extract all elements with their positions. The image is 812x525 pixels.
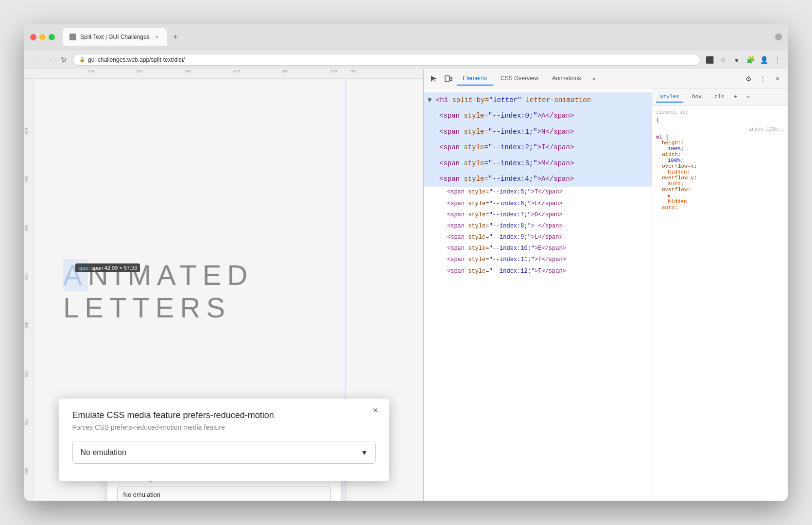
minimize-traffic-light[interactable] [39, 34, 46, 40]
styles-new-rule[interactable]: + [730, 92, 741, 103]
window-controls-right [775, 34, 782, 40]
tab-close-button[interactable]: × [154, 34, 160, 40]
span0-open: <span [439, 112, 464, 120]
span-11-line[interactable]: <span style="--index:11;">T</span> [424, 254, 652, 265]
h1-tag-line[interactable]: ▼ <h1 split-by="letter" letter-animation [424, 92, 652, 108]
h1-anim-attr: letter-animation [521, 96, 591, 104]
styles-height-val: 100%; [662, 146, 684, 152]
close-traffic-light[interactable] [30, 34, 36, 40]
title-bar: Split Text | GUI Challenges × + [24, 24, 788, 50]
devtools-tab-css-overview[interactable]: CSS Overview [495, 72, 544, 86]
span-1-line[interactable]: <span style="--index:1;">N</span> [424, 124, 652, 140]
span4-open: <span [439, 175, 464, 183]
span-12-line[interactable]: <span style="--index:12;">T</span> [424, 266, 652, 277]
span-5-line[interactable]: <span style="--index:5;">T</span> [424, 187, 652, 198]
span8-close: > </span> [531, 223, 563, 229]
lock-icon: 🔒 [79, 57, 85, 62]
span7-style-val: "--index:7;" [489, 211, 531, 218]
styles-width-name: width: [662, 152, 681, 158]
span7-open: <span [447, 211, 468, 218]
address-input[interactable]: 🔒 gui-challenges.web.app/split-text/dist… [73, 54, 700, 66]
inspect-element-icon[interactable] [428, 72, 440, 85]
styles-element-rule: { [656, 117, 784, 123]
span6-style-attr: style= [468, 200, 489, 207]
traffic-lights [30, 34, 55, 40]
devtools-more-tabs[interactable]: » [588, 74, 599, 84]
new-tab-button[interactable]: + [169, 31, 182, 43]
devtools-settings-icon[interactable]: ⚙ [742, 72, 755, 85]
browser-window: Split Text | GUI Challenges × + ← → ↻ 🔒 … [24, 24, 788, 501]
span2-open: <span [439, 143, 464, 151]
styles-tab-cls[interactable]: .cls [708, 92, 728, 103]
styles-ml-selector: ml { [656, 134, 784, 140]
span-0-line[interactable]: <span style="--index:0;">A</span> [424, 108, 652, 123]
span-4-line[interactable]: <span style="--index:4;">A</span> [424, 171, 652, 187]
span-8-line[interactable]: <span style="--index:8;"> </span> [424, 221, 652, 232]
svg-rect-1 [450, 77, 452, 81]
span11-style-val: "--index:11;" [489, 256, 535, 263]
menu-icon[interactable]: ⋮ [772, 54, 783, 65]
span5-open: <span [447, 189, 468, 195]
emulate-select[interactable]: No emulation prefers-reduced-motion: red… [72, 441, 376, 464]
span-10-line[interactable]: <span style="--index:10;">E</span> [424, 243, 652, 254]
span-2-line[interactable]: <span style="--index:2;">I</span> [424, 140, 652, 155]
span9-style-val: "--index:9;" [489, 234, 531, 241]
ruler-vmark-700: 700 [24, 419, 29, 425]
profile-icon[interactable]: 👤 [759, 54, 769, 65]
back-button[interactable]: ← [29, 54, 40, 65]
device-toolbar-icon[interactable] [442, 72, 455, 85]
span-6-line[interactable]: <span style="--index:6;">E</span> [424, 198, 652, 210]
span12-close: >T</span> [535, 268, 566, 275]
forward-button[interactable]: → [44, 54, 54, 65]
styles-overflow-y-val: auto; [662, 181, 684, 187]
span0-style-attr: style= [464, 112, 488, 120]
emulate-css-overlay: × Emulate CSS media feature prefers-redu… [59, 399, 389, 481]
window-menu-icon[interactable] [775, 34, 782, 40]
styles-tab-styles[interactable]: Styles [656, 92, 683, 103]
emulate-subtitle: Forces CSS prefers-reduced-motion media … [72, 423, 376, 431]
devtools-more-options-icon[interactable]: ⋮ [757, 72, 769, 85]
styles-more-chevron[interactable]: » [743, 92, 754, 102]
letter-E2: E [85, 292, 109, 323]
span4-style-attr: style= [464, 175, 488, 183]
cast-icon[interactable]: ⬛ [704, 54, 715, 65]
span6-close: >E</span> [531, 200, 563, 207]
styles-overflow-x-colon: : [694, 163, 697, 169]
active-tab[interactable]: Split Text | GUI Challenges × [63, 28, 167, 46]
styles-selector-text: ml [656, 134, 662, 140]
chrome-icon[interactable]: ● [731, 54, 742, 65]
devtools-content: ▼ <h1 split-by="letter" letter-animation… [424, 88, 788, 501]
h1-triangle[interactable]: ▼ [428, 96, 432, 104]
styles-overflow-y-colon: : [694, 175, 697, 181]
letter-R: R [180, 292, 207, 323]
emulate2-select-wrapper: No emulation [117, 487, 331, 501]
extension-icon[interactable]: 🧩 [745, 54, 756, 65]
span-3-line[interactable]: <span style="--index:3;">M</span> [424, 156, 652, 171]
refresh-button[interactable]: ↻ [58, 54, 69, 65]
letter-E: E [203, 259, 227, 291]
styles-source-link[interactable]: index.175b.. [656, 127, 784, 132]
styles-content: element.sty { index.175b.. ml { height: … [652, 106, 788, 501]
devtools-tab-elements[interactable]: Elements [457, 72, 493, 86]
span9-style-attr: style= [468, 234, 489, 241]
span-7-line[interactable]: <span style="--index:7;">D</span> [424, 210, 652, 221]
span-9-line[interactable]: <span style="--index:9;">L</span> [424, 232, 652, 243]
letter-D: D [227, 259, 254, 291]
devtools-tab-animations[interactable]: Animations [546, 72, 587, 86]
letter-T3: T [132, 292, 155, 323]
emulate2-select[interactable]: No emulation [117, 487, 331, 501]
tab-bar: Split Text | GUI Challenges × + [63, 28, 771, 46]
emulate-close-button[interactable]: × [370, 404, 381, 416]
span3-style-val: "--index:3;" [488, 159, 537, 167]
devtools-close-icon[interactable]: × [771, 72, 784, 85]
styles-tab-hov[interactable]: .hov [685, 92, 706, 103]
page-content: 100 200 300 400 500 600 700 100 200 300 … [24, 69, 423, 501]
bookmark-icon[interactable]: ☆ [718, 54, 728, 65]
styles-overflow-x-prop: overflow-x: hidden; [656, 163, 784, 175]
span12-style-attr: style= [468, 268, 489, 275]
styles-width-val: 100%; [662, 158, 684, 163]
maximize-traffic-light[interactable] [49, 34, 55, 40]
styles-toolbar: Styles .hov .cls + » [652, 88, 788, 106]
ruler-horizontal: 100 200 300 400 500 600 700 [24, 69, 423, 79]
ruler-vmark-600: 600 [24, 370, 29, 377]
